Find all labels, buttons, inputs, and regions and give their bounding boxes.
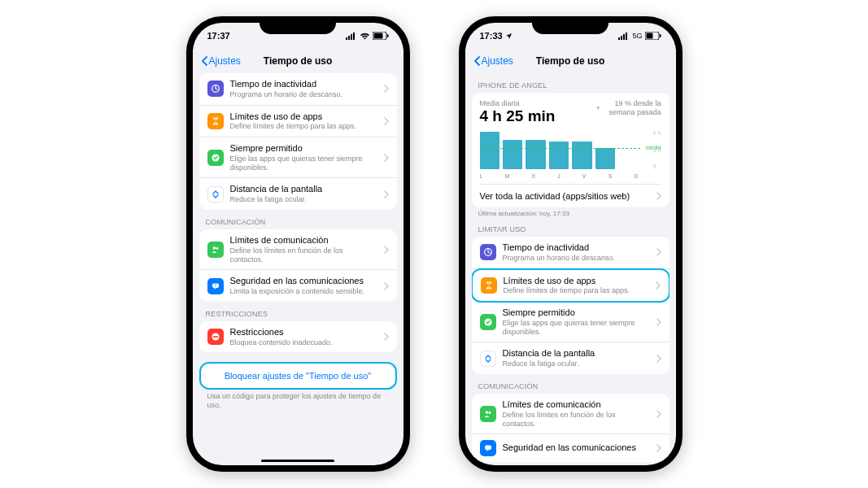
row-text: Restricciones Bloquea contenido inadecua… — [230, 327, 377, 347]
row-title: Siempre permitido — [503, 307, 650, 319]
row-restrictions[interactable]: Restricciones Bloquea contenido inadecua… — [199, 321, 397, 353]
x-axis-ticks: LMXJVSD — [480, 173, 639, 179]
network-label: 5G — [632, 32, 642, 40]
hourglass-icon — [481, 277, 497, 294]
row-downtime[interactable]: Tiempo de inactividadPrograma un horario… — [472, 237, 670, 269]
usage-chart-card: Media diaria 4 h 25 min 19 % desde la se… — [472, 93, 670, 207]
screen: 17:33 5G Ajustes Tiempo de uso IPHONE DE… — [465, 23, 676, 465]
svg-point-10 — [216, 247, 218, 250]
row-sub: Bloquea contenido inadecuado. — [230, 338, 377, 347]
row-sub: Define los límites en función de los con… — [503, 411, 650, 429]
delta-text: 19 % desde la semana pasada — [602, 99, 661, 117]
svg-rect-0 — [346, 37, 347, 40]
lock-settings-button[interactable]: Bloquear ajustes de "Tiempo de uso" — [199, 362, 397, 390]
row-sub: Define límites de tiempo para las apps. — [504, 286, 649, 295]
svg-rect-14 — [213, 336, 218, 338]
chevron-right-icon — [656, 192, 661, 200]
signal-icon — [618, 33, 630, 40]
svg-rect-5 — [373, 33, 382, 39]
row-sub: Elige las apps que quieras tener siempre… — [503, 319, 650, 337]
home-indicator[interactable] — [261, 460, 334, 463]
content: IPHONE DE ANGEL Media diaria 4 h 25 min … — [465, 73, 676, 465]
arrow-up-icon — [596, 105, 600, 111]
section-header-comm: COMUNICACIÓN — [472, 374, 670, 394]
row-comm-safety[interactable]: ! Seguridad en las comunicaciones Limita… — [199, 270, 397, 302]
row-sub: Reduce la fatiga ocular. — [503, 359, 650, 368]
chevron-left-icon — [473, 56, 480, 66]
chevron-right-icon — [656, 410, 661, 418]
status-time: 17:37 — [207, 31, 230, 41]
row-title: Tiempo de inactividad — [230, 79, 377, 90]
hourglass-icon — [207, 113, 224, 129]
chevron-right-icon — [384, 85, 389, 93]
section-header-device: IPHONE DE ANGEL — [472, 73, 670, 93]
row-comm-limits[interactable]: Límites de comunicación Define los límit… — [199, 229, 397, 270]
svg-rect-18 — [626, 33, 627, 40]
row-title: Distancia de la pantalla — [230, 184, 377, 195]
usage-chart[interactable]: media 6 h3 h0 LMXJVSD — [480, 130, 661, 179]
row-downtime[interactable]: Tiempo de inactividad Programa un horari… — [199, 73, 397, 106]
back-button[interactable]: Ajustes — [473, 55, 513, 67]
view-all-activity[interactable]: Ver toda la actividad (apps/sitios web) — [480, 184, 661, 201]
row-title: Seguridad en las comunicaciones — [503, 442, 650, 454]
lock-settings-label: Bloquear ajustes de "Tiempo de uso" — [201, 364, 395, 388]
chevron-right-icon — [384, 333, 389, 341]
row-screen-distance[interactable]: Distancia de la pantallaReduce la fatiga… — [472, 342, 670, 374]
settings-group-limit: Tiempo de inactividadPrograma un horario… — [472, 237, 670, 374]
notch — [532, 16, 608, 34]
row-always-allowed[interactable]: Siempre permitido Elige las apps que qui… — [199, 137, 397, 178]
row-text: Seguridad en las comunicaciones Limita l… — [230, 276, 377, 296]
notch — [260, 16, 336, 34]
svg-rect-3 — [353, 33, 355, 40]
row-title: Restricciones — [230, 327, 377, 338]
row-app-limits[interactable]: Límites de uso de appsDefine límites de … — [472, 268, 670, 303]
row-title: Tiempo de inactividad — [503, 242, 650, 254]
row-always-allowed[interactable]: Siempre permitidoElige las apps que quie… — [472, 302, 670, 342]
page-title: Tiempo de uso — [264, 55, 332, 67]
row-text: Límites de uso de apps Define límites de… — [230, 111, 377, 132]
people-icon — [480, 406, 496, 422]
chevron-right-icon — [656, 355, 661, 363]
row-title: Límites de comunicación — [503, 399, 650, 411]
avg-label: Media diaria — [480, 99, 556, 107]
row-sub: Programa un horario de descanso. — [503, 254, 650, 263]
row-title: Límites de uso de apps — [230, 111, 377, 123]
chevron-right-icon — [384, 117, 389, 125]
view-all-label: Ver toda la actividad (apps/sitios web) — [480, 191, 630, 201]
section-header-rest: RESTRICCIONES — [199, 302, 397, 321]
delta-label: 19 % desde la semana pasada — [596, 99, 661, 117]
back-button[interactable]: Ajustes — [201, 55, 241, 67]
bar — [480, 132, 499, 169]
row-title: Límites de comunicación — [230, 235, 377, 246]
nav-bar: Ajustes Tiempo de uso — [193, 49, 403, 73]
row-text: Límites de comunicación Define los límit… — [230, 235, 377, 264]
svg-rect-17 — [623, 34, 625, 40]
check-badge-icon — [480, 314, 496, 330]
back-label: Ajustes — [209, 55, 241, 67]
row-title: Distancia de la pantalla — [503, 348, 650, 359]
row-app-limits[interactable]: Límites de uso de apps Define límites de… — [199, 106, 397, 138]
row-comm-limits[interactable]: Límites de comunicaciónDefine los límite… — [472, 394, 670, 434]
row-text: Distancia de la pantalla Reduce la fatig… — [230, 184, 377, 204]
svg-rect-15 — [618, 37, 620, 40]
row-sub: Reduce la fatiga ocular. — [230, 195, 377, 204]
status-time: 17:33 — [480, 31, 513, 41]
row-title: Seguridad en las comunicaciones — [230, 276, 377, 287]
signal-icon — [346, 33, 357, 40]
chevron-right-icon — [656, 444, 661, 452]
section-header-comm: COMUNICACIÓN — [199, 210, 397, 229]
chevron-left-icon — [201, 56, 207, 66]
distance-icon — [480, 351, 496, 367]
bar — [526, 140, 545, 169]
phone-left: 17:37 Ajustes Tiempo de uso Tiempo de in… — [186, 16, 410, 472]
svg-rect-2 — [351, 34, 352, 40]
svg-rect-21 — [660, 34, 661, 37]
row-comm-safety[interactable]: Seguridad en las comunicaciones — [472, 434, 670, 462]
status-right: 5G — [618, 32, 661, 40]
svg-point-9 — [212, 246, 216, 250]
y-axis-ticks: 6 h3 h0 — [653, 130, 661, 169]
settings-group-comm: Límites de comunicación Define los límit… — [199, 229, 397, 302]
chevron-right-icon — [384, 282, 389, 290]
settings-group-main: Tiempo de inactividad Programa un horari… — [199, 73, 397, 210]
row-screen-distance[interactable]: Distancia de la pantalla Reduce la fatig… — [199, 178, 397, 210]
